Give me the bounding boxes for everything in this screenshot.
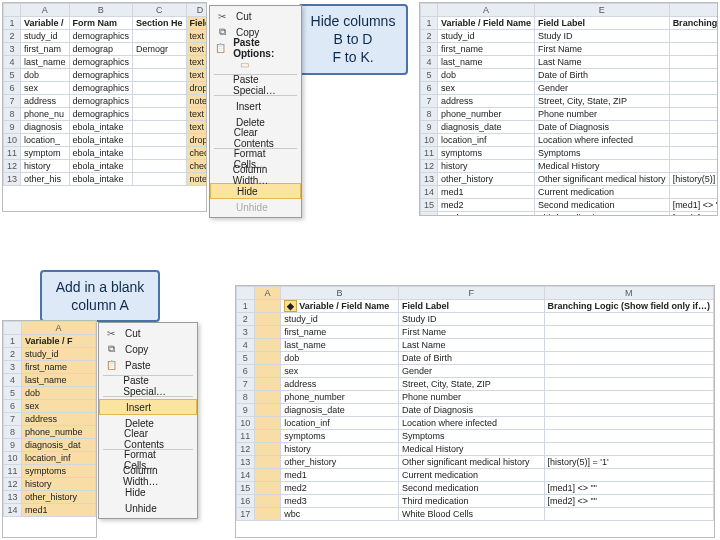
context-menu-hide[interactable]: Cut Copy Paste Options: Paste Special… I…	[209, 5, 302, 218]
cell[interactable]: Medical History	[535, 160, 670, 173]
cell[interactable]: med2	[281, 482, 399, 495]
cell[interactable]	[254, 326, 281, 339]
cell[interactable]: Location where infected	[398, 417, 544, 430]
cell[interactable]	[254, 417, 281, 430]
table-row[interactable]: 13other_historyOther significant medical…	[237, 456, 714, 469]
cell[interactable]: other_his	[21, 173, 70, 186]
cell[interactable]: text	[186, 30, 207, 43]
cell[interactable]: Symptoms	[535, 147, 670, 160]
cell[interactable]	[544, 326, 714, 339]
cell[interactable]: med3	[438, 212, 535, 217]
cell[interactable]: [med2] <> ""	[544, 495, 714, 508]
table-row[interactable]: 11symptomsSymptoms	[421, 147, 719, 160]
ctx-unhide[interactable]: Unhide	[99, 500, 197, 516]
row-header[interactable]: 5	[4, 387, 22, 400]
cell[interactable]: text	[186, 108, 207, 121]
table-row[interactable]: 2study_idStudy ID	[237, 313, 714, 326]
cell[interactable]	[544, 378, 714, 391]
cell[interactable]: dob	[281, 352, 399, 365]
col-header[interactable]: A	[21, 4, 70, 17]
col-header[interactable]: L	[669, 4, 718, 17]
cell[interactable]	[254, 404, 281, 417]
ctx-paste[interactable]: Paste	[99, 357, 197, 373]
table-row[interactable]: 14med1	[4, 504, 96, 517]
cell[interactable]: history	[438, 160, 535, 173]
row-header[interactable]: 4	[421, 56, 438, 69]
row-header[interactable]: 7	[237, 378, 255, 391]
table-row[interactable]: 7address	[4, 413, 96, 426]
table-row[interactable]: 11symptomebola_intakechec	[4, 147, 208, 160]
grid-top-right[interactable]: A E L 1 Variable / Field Name Field Labe…	[419, 2, 718, 216]
cell[interactable]	[133, 30, 187, 43]
cell[interactable]: diagnosis_dat	[22, 439, 96, 452]
cell[interactable]: first_name	[281, 326, 399, 339]
cell[interactable]: chec	[186, 160, 207, 173]
row-header[interactable]: 1	[4, 17, 21, 30]
cell[interactable]: wbc	[281, 508, 399, 521]
cell[interactable]: Branching Logic (Show field only if…)	[544, 300, 714, 313]
cell[interactable]: ebola_intake	[69, 147, 133, 160]
cell[interactable]: last_name	[22, 374, 96, 387]
table-row[interactable]: 9diagnosis_dat	[4, 439, 96, 452]
cell[interactable]: chec	[186, 147, 207, 160]
cell[interactable]: Symptoms	[398, 430, 544, 443]
ctx-paste-special[interactable]: Paste Special…	[99, 378, 197, 394]
cell[interactable]: ebola_intake	[69, 160, 133, 173]
cell[interactable]: symptoms	[281, 430, 399, 443]
cell[interactable]: phone_number	[281, 391, 399, 404]
cell[interactable]: address	[21, 95, 70, 108]
cell[interactable]: first_name	[22, 361, 96, 374]
cell[interactable]	[133, 108, 187, 121]
cell[interactable]	[669, 160, 718, 173]
row-header[interactable]: 10	[421, 134, 438, 147]
cell[interactable]: other_history	[281, 456, 399, 469]
row-header[interactable]: 2	[4, 30, 21, 43]
cell[interactable]	[254, 300, 281, 313]
row-header[interactable]: 14	[237, 469, 255, 482]
cell[interactable]: Second medication	[398, 482, 544, 495]
ctx-cut[interactable]: Cut	[210, 8, 301, 24]
cell[interactable]: location_inf	[281, 417, 399, 430]
table-row[interactable]: 2study_id	[4, 348, 96, 361]
table-row[interactable]: 17wbcWhite Blood Cells	[237, 508, 714, 521]
cell[interactable]	[544, 417, 714, 430]
smart-tag-icon[interactable]: ◆	[284, 300, 297, 312]
cell[interactable]: text	[186, 69, 207, 82]
col-header[interactable]: F	[398, 287, 544, 300]
cell[interactable]: Street, City, State, ZIP	[535, 95, 670, 108]
row-header[interactable]: 7	[421, 95, 438, 108]
table-row[interactable]: 10location_infLocation where infected	[237, 417, 714, 430]
cell[interactable]: Form Nam	[69, 17, 133, 30]
cell[interactable]: Gender	[535, 82, 670, 95]
table-row[interactable]: 12historyebola_intakechec	[4, 160, 208, 173]
cell[interactable]: phone_number	[438, 108, 535, 121]
table-row[interactable]: 3first_namdemograpDemogrtext	[4, 43, 208, 56]
ctx-cut[interactable]: Cut	[99, 325, 197, 341]
row-header[interactable]: 8	[4, 108, 21, 121]
cell[interactable]: text	[186, 56, 207, 69]
cell[interactable]	[544, 313, 714, 326]
cell[interactable]	[133, 134, 187, 147]
cell[interactable]: Section He	[133, 17, 187, 30]
cell[interactable]: study_id	[21, 30, 70, 43]
col-header[interactable]: A	[438, 4, 535, 17]
cell[interactable]: study_id	[281, 313, 399, 326]
ctx-insert[interactable]: Insert	[99, 399, 197, 415]
cell[interactable]: last_name	[281, 339, 399, 352]
cell[interactable]: last_name	[21, 56, 70, 69]
col-header[interactable]: B	[281, 287, 399, 300]
row-header[interactable]: 16	[421, 212, 438, 217]
cell[interactable]	[544, 404, 714, 417]
cell[interactable]	[254, 469, 281, 482]
table-row[interactable]: 5dob	[4, 387, 96, 400]
table-row[interactable]: 12historyMedical History	[421, 160, 719, 173]
cell[interactable]	[669, 82, 718, 95]
table-row[interactable]: 11symptoms	[4, 465, 96, 478]
cell[interactable]	[544, 365, 714, 378]
row-header[interactable]: 8	[4, 426, 22, 439]
cell[interactable]: Other significant medical history	[398, 456, 544, 469]
table-row[interactable]: 7addressStreet, City, State, ZIP	[421, 95, 719, 108]
cell[interactable]: sex	[281, 365, 399, 378]
cell[interactable]	[133, 173, 187, 186]
cell[interactable]: Date of Diagnosis	[398, 404, 544, 417]
